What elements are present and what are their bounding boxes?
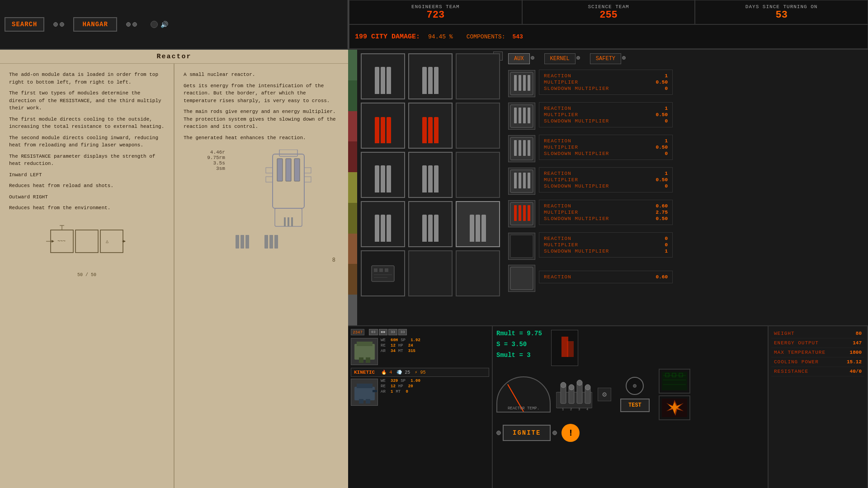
rods-0-0 bbox=[375, 59, 391, 94]
search-button[interactable]: SEARCH bbox=[5, 17, 44, 32]
slot-4-1[interactable] bbox=[408, 250, 453, 296]
slot-4-0[interactable] bbox=[361, 250, 405, 296]
unit-row-1: 2347 03 ■■ 33 33 bbox=[351, 329, 489, 335]
spec-sm: 3sm bbox=[207, 166, 225, 171]
speaker-icon: 🔊 bbox=[160, 21, 168, 28]
formula-rmult: Rmult = 9.75 bbox=[496, 330, 542, 337]
unit-stat-row-3: AR 34 MT 315 bbox=[381, 349, 420, 353]
rs-weight: WEIGHT 80 bbox=[771, 329, 864, 338]
book-text-5: The RESISTANCE parameter displays the st… bbox=[9, 153, 165, 168]
spec-radius: 4.46r bbox=[207, 150, 225, 155]
mt2-value: 0 bbox=[406, 389, 408, 394]
color-seg-5 bbox=[348, 172, 357, 203]
slot-1-1[interactable] bbox=[408, 103, 453, 149]
tab-kernel[interactable]: KERNEL bbox=[544, 53, 576, 64]
book-content: The add-on module data is loaded in orde… bbox=[0, 64, 348, 488]
test-button[interactable]: TEST bbox=[620, 399, 650, 412]
slot-2-1[interactable] bbox=[408, 152, 453, 198]
badge-3: 33 bbox=[388, 329, 397, 335]
color-seg-2 bbox=[348, 80, 357, 111]
hangar-area: 1 bbox=[348, 50, 868, 325]
ignite-dot-2[interactable] bbox=[552, 431, 557, 435]
formula-s: S = 3.50 bbox=[496, 341, 542, 348]
svg-rect-31 bbox=[374, 268, 377, 272]
svg-point-80 bbox=[577, 380, 582, 385]
svg-rect-21 bbox=[284, 217, 286, 226]
unit-wind-count: 25 bbox=[405, 370, 410, 375]
nav-dot-4[interactable] bbox=[132, 22, 137, 27]
slot-3-1[interactable] bbox=[408, 201, 453, 247]
rods-1-1 bbox=[422, 108, 439, 143]
slot-0-2[interactable] bbox=[456, 53, 500, 99]
dot-safety bbox=[622, 56, 626, 60]
spec-s: 3.5s bbox=[207, 160, 225, 166]
book-panel: Reactor The add-on module data is loaded… bbox=[0, 50, 348, 488]
module-icon-4 bbox=[509, 168, 535, 194]
stat-group-2: REACTION 1 MULTIPLIER 0.50 SLOWDOWN MULT… bbox=[539, 102, 673, 127]
svg-rect-64 bbox=[357, 342, 373, 346]
svg-rect-28 bbox=[269, 235, 273, 249]
book-right-text-3: The main rods give energy and an energy … bbox=[184, 108, 339, 131]
page-num-right: 8 bbox=[184, 255, 339, 265]
test-area: TEST bbox=[617, 373, 653, 416]
svg-point-78 bbox=[569, 385, 574, 390]
sp2-value: 1.00 bbox=[410, 379, 420, 383]
slot-2-2[interactable] bbox=[456, 152, 500, 198]
gear-button[interactable]: ⚙ bbox=[598, 388, 611, 401]
book-text-4: The second module directs cooling inward… bbox=[9, 134, 165, 149]
slot-0-1[interactable] bbox=[408, 53, 453, 99]
target-center bbox=[633, 384, 637, 388]
slot-3-0[interactable] bbox=[361, 201, 405, 247]
engineers-label: ENGINEERS TEAM bbox=[411, 4, 459, 9]
module-icon-3 bbox=[509, 136, 535, 162]
slot-3-2[interactable] bbox=[456, 201, 500, 247]
book-text-2: The first two types of modules determine… bbox=[9, 89, 165, 112]
we2-label: WE bbox=[381, 379, 388, 383]
module-icon-6 bbox=[509, 233, 535, 259]
gauge-container: REACTOR TEMP. bbox=[496, 376, 551, 413]
slot-2-0[interactable] bbox=[361, 152, 405, 198]
svg-text:2: 2 bbox=[570, 408, 572, 410]
stat-row-slowdown-4: SLOWDOWN MULTIPLIER 0 bbox=[544, 183, 668, 189]
module-preview-2 bbox=[508, 103, 535, 130]
re-value: 12 bbox=[391, 343, 396, 348]
stat-row-multiplier-1: MULTIPLIER 0.50 bbox=[544, 79, 668, 85]
tab-safety[interactable]: SAFETY bbox=[590, 53, 621, 64]
svg-rect-63 bbox=[354, 344, 375, 360]
stat-group-7: REACTION 0.60 bbox=[539, 271, 673, 283]
vol-dot-1[interactable] bbox=[151, 21, 158, 28]
badge-4: 33 bbox=[398, 329, 407, 335]
reactor-formulas: Rmult = 9.75 S = 3.50 Smult = 3 bbox=[496, 330, 542, 361]
color-bar bbox=[348, 50, 357, 325]
svg-text:~~~: ~~~ bbox=[57, 239, 66, 244]
nav-dots-2 bbox=[126, 22, 137, 27]
nav-dot-1[interactable] bbox=[53, 22, 58, 27]
stat-row-multiplier-2: MULTIPLIER 0.50 bbox=[544, 112, 668, 118]
ignite-area: IGNITE ! bbox=[496, 424, 764, 442]
svg-rect-13 bbox=[277, 159, 283, 181]
we-value: 60H bbox=[391, 338, 398, 343]
color-seg-6 bbox=[348, 203, 357, 234]
slot-4-2[interactable] bbox=[456, 250, 500, 296]
unit-avatar-2 bbox=[351, 379, 378, 406]
explosion-panel bbox=[659, 395, 690, 420]
svg-rect-70 bbox=[366, 399, 370, 404]
tab-aux[interactable]: AUX bbox=[508, 53, 530, 64]
slot-1-2[interactable] bbox=[456, 103, 500, 149]
hangar-button[interactable]: HANGAR bbox=[73, 17, 117, 32]
slot-grid bbox=[361, 53, 501, 297]
slot-0-0[interactable] bbox=[361, 53, 405, 99]
color-seg-8 bbox=[348, 264, 357, 295]
reactor-gauge: REACTOR TEMP. bbox=[496, 376, 551, 413]
svg-rect-40 bbox=[528, 75, 530, 91]
slot-1-0[interactable] bbox=[361, 103, 405, 149]
module-icon-5 bbox=[509, 201, 535, 227]
ignite-button[interactable]: IGNITE bbox=[503, 425, 551, 441]
ignite-dot[interactable] bbox=[496, 431, 501, 435]
nav-dot-3[interactable] bbox=[126, 22, 131, 27]
rod-1 bbox=[375, 67, 379, 94]
we-label: WE bbox=[381, 338, 388, 343]
svg-rect-73 bbox=[567, 341, 574, 357]
nav-dot-2[interactable] bbox=[60, 22, 64, 27]
rod-11 bbox=[428, 117, 433, 143]
